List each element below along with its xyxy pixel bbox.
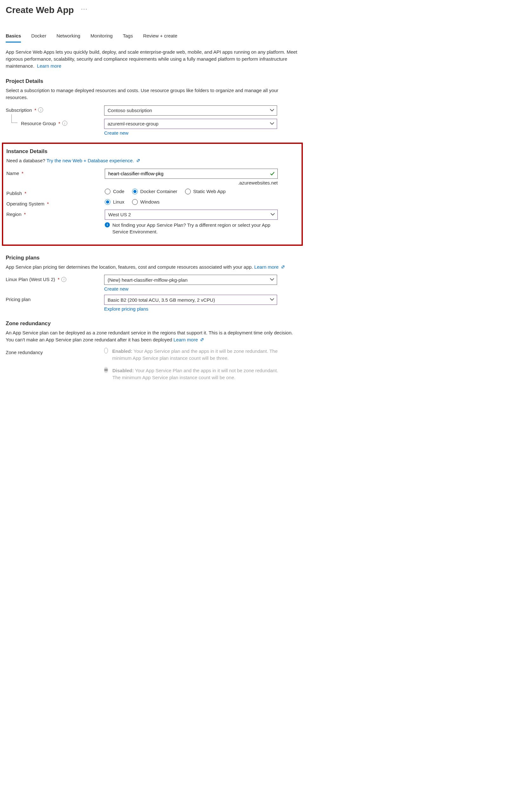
required-icon: * (22, 170, 23, 176)
os-option-windows[interactable]: Windows (132, 199, 160, 205)
external-link-icon (281, 263, 285, 267)
pricing-learn-more-text: Learn more (254, 264, 279, 270)
region-note: i Not finding your App Service Plan? Try… (105, 222, 278, 235)
tab-bar: Basics Docker Networking Monitoring Tags… (6, 31, 299, 43)
radio-icon (132, 189, 138, 194)
instance-details-db-prompt: Need a database? Try the new Web + Datab… (6, 157, 298, 164)
app-name-input[interactable] (105, 169, 278, 179)
publish-label-text: Publish (6, 190, 22, 196)
region-value: West US 2 (108, 212, 131, 217)
pricing-plan-value: Basic B2 (200 total ACU, 3.5 GB memory, … (107, 297, 215, 303)
subscription-value: Contoso subscription (107, 108, 152, 113)
zone-option-enabled: Enabled: Your App Service plan and the a… (104, 348, 282, 362)
tab-review-create[interactable]: Review + create (143, 31, 177, 43)
linux-plan-select[interactable]: (New) heart-classifier-mlflow-pkg-plan (104, 275, 277, 285)
info-icon[interactable]: i (62, 121, 67, 126)
publish-option-static[interactable]: Static Web App (185, 189, 226, 194)
web-db-experience-link[interactable]: Try the new Web + Database experience. (47, 158, 140, 163)
more-actions-button[interactable]: ··· (81, 6, 88, 13)
linux-plan-value: (New) heart-classifier-mlflow-pkg-plan (107, 277, 188, 283)
required-icon: * (24, 211, 26, 217)
zone-redundancy-title: Zone redundancy (6, 320, 299, 327)
radio-icon (132, 199, 138, 205)
region-select[interactable]: West US 2 (105, 210, 278, 220)
radio-icon (105, 199, 111, 205)
pricing-plans-desc-text: App Service plan pricing tier determines… (6, 264, 253, 270)
zone-learn-more-link[interactable]: Learn more (174, 337, 204, 342)
name-label-text: Name (6, 170, 19, 176)
publish-option-docker[interactable]: Docker Container (132, 189, 177, 194)
resource-group-value: azureml-resource-group (107, 121, 159, 126)
create-new-rg-link[interactable]: Create new (104, 130, 128, 136)
os-radio-group: Linux Windows (105, 199, 298, 205)
tab-monitoring[interactable]: Monitoring (91, 31, 113, 43)
tab-networking[interactable]: Networking (56, 31, 80, 43)
zone-enabled-title: Enabled: (112, 348, 132, 354)
tab-docker[interactable]: Docker (31, 31, 46, 43)
resource-group-label: Resource Group * i (6, 119, 104, 126)
radio-icon (104, 367, 108, 373)
required-icon: * (34, 107, 37, 113)
check-icon (269, 171, 275, 177)
zone-learn-more-text: Learn more (174, 337, 198, 342)
instance-details-title: Instance Details (6, 148, 298, 155)
info-icon[interactable]: i (61, 277, 66, 282)
region-label-text: Region (6, 211, 22, 217)
create-new-plan-link[interactable]: Create new (104, 286, 128, 292)
db-prompt-text: Need a database? (6, 158, 45, 163)
os-label: Operating System * (6, 199, 105, 206)
external-link-icon (137, 157, 140, 161)
os-linux-label: Linux (113, 199, 124, 205)
required-icon: * (58, 121, 60, 126)
zone-disabled-title: Disabled: (112, 368, 134, 373)
publish-static-label: Static Web App (193, 189, 226, 194)
required-icon: * (58, 277, 60, 282)
os-windows-label: Windows (140, 199, 160, 205)
name-label: Name * (6, 169, 105, 176)
info-filled-icon: i (105, 222, 110, 227)
domain-suffix: .azurewebsites.net (105, 180, 278, 185)
pricing-plan-label-text: Pricing plan (6, 297, 30, 302)
subscription-label: Subscription * i (6, 106, 104, 113)
zone-disabled-text: Disabled: Your App Service Plan and the … (112, 367, 282, 381)
tab-basics[interactable]: Basics (6, 31, 21, 43)
pricing-plans-desc: App Service plan pricing tier determines… (6, 263, 299, 271)
radio-icon (185, 189, 191, 194)
chevron-down-icon (270, 121, 274, 125)
chevron-down-icon (270, 297, 274, 302)
zone-redundancy-label: Zone redundancy (6, 348, 104, 355)
explore-pricing-link[interactable]: Explore pricing plans (104, 306, 148, 311)
project-details-desc: Select a subscription to manage deployed… (6, 87, 299, 101)
publish-code-label: Code (113, 189, 124, 194)
resource-group-label-text: Resource Group (21, 121, 56, 126)
radio-icon (104, 348, 108, 353)
publish-radio-group: Code Docker Container Static Web App (105, 189, 298, 194)
publish-docker-label: Docker Container (140, 189, 177, 194)
zone-disabled-desc: Your App Service Plan and the apps in it… (112, 368, 278, 380)
linux-plan-label-text: Linux Plan (West US 2) (6, 277, 55, 282)
zone-redundancy-desc: An App Service plan can be deployed as a… (6, 329, 299, 343)
pricing-plans-title: Pricing plans (6, 255, 299, 261)
info-icon[interactable]: i (38, 107, 43, 112)
external-link-icon (200, 336, 204, 340)
chevron-down-icon (270, 108, 274, 112)
pricing-plan-select[interactable]: Basic B2 (200 total ACU, 3.5 GB memory, … (104, 295, 277, 305)
resource-group-select[interactable]: azureml-resource-group (104, 119, 277, 129)
db-link-text: Try the new Web + Database experience. (47, 158, 134, 163)
subscription-label-text: Subscription (6, 107, 32, 113)
region-label: Region * (6, 210, 105, 217)
chevron-down-icon (270, 212, 275, 216)
subscription-select[interactable]: Contoso subscription (104, 106, 277, 116)
intro-text: App Service Web Apps lets you quickly bu… (6, 49, 299, 69)
publish-option-code[interactable]: Code (105, 189, 124, 194)
project-details-title: Project Details (6, 78, 299, 85)
tab-tags[interactable]: Tags (123, 31, 133, 43)
intro-learn-more-link[interactable]: Learn more (37, 63, 61, 69)
zone-enabled-desc: Your App Service plan and the apps in it… (112, 348, 278, 361)
pricing-plan-label: Pricing plan (6, 295, 104, 302)
zone-enabled-text: Enabled: Your App Service plan and the a… (112, 348, 282, 362)
os-option-linux[interactable]: Linux (105, 199, 124, 205)
page-title: Create Web App (6, 5, 74, 15)
instance-details-highlight: Instance Details Need a database? Try th… (2, 143, 303, 246)
pricing-learn-more-link[interactable]: Learn more (254, 264, 285, 270)
